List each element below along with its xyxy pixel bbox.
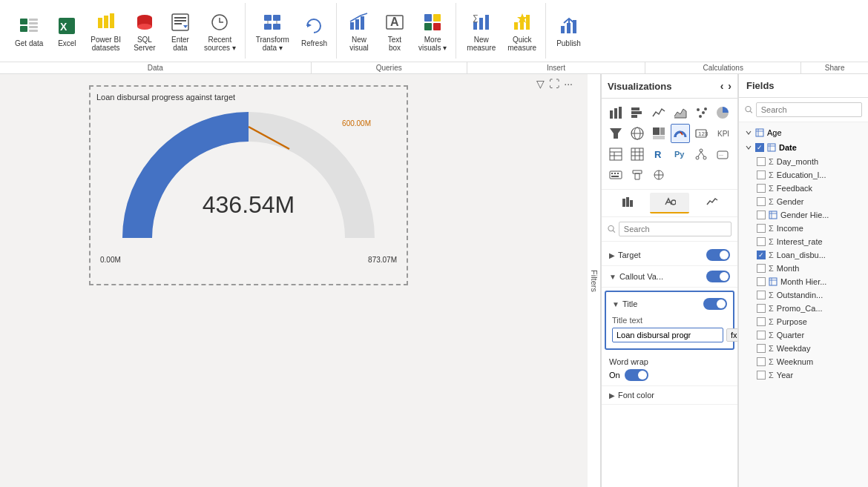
viz-icon-keyboard[interactable] [606, 165, 625, 185]
more-options-icon[interactable]: ··· [564, 78, 573, 90]
field-item-gender[interactable]: Σ Gender [739, 195, 868, 208]
get-data-button[interactable]: Get data [10, 11, 47, 50]
viz-icon-area[interactable] [671, 103, 690, 122]
viz-icon-gauge[interactable] [671, 124, 690, 143]
viz-search-icon [608, 225, 616, 233]
more-visuals-button[interactable]: Morevisuals ▾ [414, 7, 451, 55]
recent-sources-button[interactable]: Recentsources ▾ [200, 7, 240, 55]
field-item-month[interactable]: Σ Month [739, 262, 868, 275]
education-checkbox[interactable] [757, 170, 766, 179]
viz-icon-kpi[interactable]: KPI [713, 124, 732, 143]
fx-button[interactable]: fx [726, 328, 737, 342]
month-hierarchy-checkbox[interactable] [757, 277, 766, 286]
svg-rect-60 [653, 127, 660, 135]
viz-icon-card[interactable]: 123 [691, 124, 711, 143]
feedback-checkbox[interactable] [757, 184, 766, 193]
weeknum-checkbox[interactable] [757, 357, 766, 366]
title-toggle[interactable] [703, 298, 727, 310]
callout-value-property-row[interactable]: ▼ Callout Va... [602, 266, 737, 288]
viz-search-input[interactable] [619, 222, 731, 236]
viz-tab-format[interactable] [650, 193, 689, 213]
viz-icon-bar[interactable] [606, 103, 625, 122]
viz-forward-icon[interactable]: › [728, 80, 731, 92]
field-item-weeknum[interactable]: Σ Weeknum [739, 355, 868, 368]
gender-checkbox[interactable] [757, 197, 766, 206]
viz-back-icon[interactable]: ‹ [720, 80, 724, 92]
loan-disbursal-checkbox[interactable]: ✓ [757, 251, 766, 259]
viz-icon-bar2[interactable] [628, 103, 647, 122]
field-item-year[interactable]: Σ Year [739, 368, 868, 382]
viz-tab-build[interactable] [608, 193, 647, 213]
viz-icon-funnel[interactable] [606, 124, 625, 143]
word-wrap-toggle[interactable] [625, 369, 648, 381]
viz-icon-pie[interactable] [713, 103, 732, 122]
date-group-checkbox[interactable]: ✓ [755, 143, 764, 152]
enter-data-button[interactable]: Enterdata [164, 7, 197, 55]
viz-tab-analytics[interactable] [692, 193, 731, 213]
viz-icon-r[interactable]: R [649, 145, 668, 164]
enter-data-label: Enterdata [171, 36, 189, 52]
weekday-checkbox[interactable] [757, 344, 766, 353]
interest-rate-checkbox[interactable] [757, 237, 766, 246]
gauge-max: 873.07M [368, 256, 397, 264]
viz-icon-brush[interactable] [628, 165, 647, 185]
field-item-loan-disbursal[interactable]: ✓ Σ Loan_disbu... [739, 248, 868, 262]
field-item-outstanding[interactable]: Σ Outstandin... [739, 288, 868, 302]
month-checkbox[interactable] [757, 264, 766, 273]
field-group-date-header[interactable]: ✓ Date [739, 140, 868, 155]
filters-panel[interactable]: Filters [588, 74, 601, 487]
outstanding-checkbox[interactable] [757, 291, 766, 299]
publish-button[interactable]: Publish [552, 11, 585, 50]
promo-checkbox[interactable] [757, 304, 766, 313]
field-item-income[interactable]: Σ Income [739, 222, 868, 235]
power-bi-datasets-button[interactable]: Power BIdatasets [86, 7, 125, 55]
viz-icon-decomp[interactable] [691, 145, 711, 164]
font-color-property-row[interactable]: ▶ Font color [602, 386, 737, 405]
text-box-button[interactable]: A Textbox [378, 7, 411, 55]
quick-measure-button[interactable]: Quickmeasure [503, 7, 541, 55]
title-text-input[interactable] [612, 328, 723, 342]
field-item-feedback[interactable]: Σ Feedback [739, 182, 868, 195]
field-group-age-header[interactable]: Age [739, 125, 868, 140]
sql-server-button[interactable]: SQLServer [128, 7, 161, 55]
refresh-label: Refresh [301, 39, 327, 47]
refresh-button[interactable]: Refresh [297, 11, 332, 50]
viz-icon-line[interactable] [649, 103, 668, 122]
year-checkbox[interactable] [757, 371, 766, 380]
new-measure-button[interactable]: ∑ Newmeasure [462, 7, 500, 55]
viz-icon-py[interactable]: Py [671, 145, 690, 164]
field-item-interest-rate[interactable]: Σ Interest_rate [739, 235, 868, 248]
viz-icon-scatter[interactable] [691, 103, 711, 122]
focus-mode-icon[interactable]: ⛶ [549, 78, 559, 90]
field-item-weekday[interactable]: Σ Weekday [739, 342, 868, 355]
viz-icon-treemap[interactable] [649, 124, 668, 143]
viz-icon-map[interactable] [628, 124, 647, 143]
callout-toggle[interactable] [706, 271, 730, 282]
viz-icon-matrix[interactable] [628, 145, 647, 164]
viz-icon-analytics[interactable] [649, 165, 668, 185]
new-visual-button[interactable]: Newvisual [343, 7, 375, 55]
quarter-checkbox[interactable] [757, 331, 766, 339]
field-item-quarter[interactable]: Σ Quarter [739, 328, 868, 342]
viz-icon-ai[interactable]: ··· [713, 145, 732, 164]
svg-rect-101 [756, 129, 763, 136]
target-toggle[interactable] [706, 249, 730, 261]
field-item-education[interactable]: Σ Education_l... [739, 168, 868, 182]
day-month-checkbox[interactable] [757, 157, 766, 166]
field-item-month-hierarchy[interactable]: Month Hier... [739, 275, 868, 288]
excel-button[interactable]: X Excel [50, 11, 83, 50]
transform-data-button[interactable]: Transformdata ▾ [251, 7, 294, 55]
filter-canvas-icon[interactable]: ▽ [536, 78, 545, 90]
viz-icon-table[interactable] [606, 145, 625, 164]
income-checkbox[interactable] [757, 224, 766, 233]
gender-hierarchy-checkbox[interactable] [757, 211, 766, 219]
svg-rect-51 [631, 115, 637, 118]
fields-search-input[interactable] [756, 102, 862, 117]
target-property-row[interactable]: ▶ Target [602, 245, 737, 266]
field-item-gender-hierarchy[interactable]: Gender Hie... [739, 208, 868, 222]
field-item-day-month[interactable]: Σ Day_month [739, 155, 868, 168]
quarter-label: Quarter [777, 331, 804, 339]
field-item-promo[interactable]: Σ Promo_Ca... [739, 302, 868, 315]
purpose-checkbox[interactable] [757, 317, 766, 326]
field-item-purpose[interactable]: Σ Purpose [739, 315, 868, 328]
